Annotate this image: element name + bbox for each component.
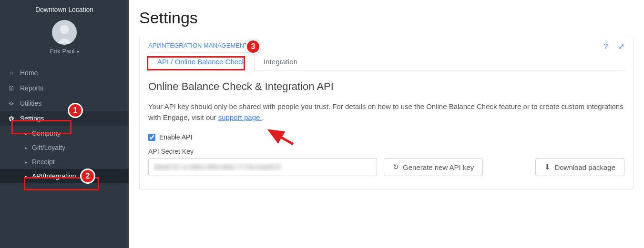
avatar[interactable] bbox=[52, 20, 77, 45]
nav-settings-receipt[interactable]: ▸ Receipt bbox=[0, 155, 129, 169]
caret-right-icon: ▸ bbox=[25, 131, 27, 136]
enable-api-checkbox[interactable] bbox=[148, 134, 155, 141]
enable-api-label: Enable API bbox=[159, 133, 192, 141]
nav-label: API/Integration bbox=[32, 172, 76, 180]
nav-settings-api[interactable]: ▸ API/Integration bbox=[0, 169, 129, 183]
nav-utilities[interactable]: ⛭ Utilities bbox=[0, 96, 129, 111]
chevron-down-icon: ▾ bbox=[77, 49, 79, 54]
generate-key-button[interactable]: ↻ Generate new API key bbox=[384, 158, 483, 176]
api-secret-input[interactable] bbox=[148, 158, 377, 176]
help-icon[interactable]: ？ bbox=[602, 42, 610, 52]
nav-reports[interactable]: 🗎 Reports bbox=[0, 80, 129, 96]
nav-label: Home bbox=[20, 69, 38, 77]
caret-right-icon: ▸ bbox=[25, 174, 27, 179]
nav-home[interactable]: ⌂ Home bbox=[0, 65, 129, 80]
enable-api-row: Enable API bbox=[148, 133, 624, 141]
user-name: Erik Paul bbox=[50, 48, 74, 55]
tabs: API / Online Balance Check Integration bbox=[148, 52, 624, 71]
gear-icon: ✿ bbox=[8, 115, 15, 122]
document-icon: 🗎 bbox=[8, 84, 15, 92]
panel-description: Your API key should only be shared with … bbox=[148, 101, 624, 123]
expand-icon[interactable]: ⤢ bbox=[618, 42, 624, 52]
tab-api[interactable]: API / Online Balance Check bbox=[148, 52, 255, 71]
download-package-button[interactable]: ⬇ Download package bbox=[535, 158, 624, 176]
panel: API/INTEGRATION MANAGEMENT ？ ⤢ API / Onl… bbox=[139, 36, 634, 190]
location-name: Downtown Location bbox=[0, 0, 129, 17]
panel-head: API/INTEGRATION MANAGEMENT ？ ⤢ API / Onl… bbox=[140, 36, 633, 71]
nav-label: Settings bbox=[20, 115, 44, 122]
sidebar: Downtown Location Erik Paul▾ ⌂ Home 🗎 Re… bbox=[0, 0, 129, 248]
nav-settings-gift[interactable]: ▸ Gift/Loyalty bbox=[0, 140, 129, 155]
nav-label: Reports bbox=[20, 84, 43, 92]
refresh-icon: ↻ bbox=[393, 163, 399, 171]
support-link[interactable]: support page. bbox=[218, 113, 262, 121]
user-menu[interactable]: Erik Paul▾ bbox=[0, 48, 129, 60]
main: Settings API/INTEGRATION MANAGEMENT ？ ⤢ … bbox=[129, 0, 644, 248]
section-label: API/INTEGRATION MANAGEMENT bbox=[148, 42, 624, 49]
nav: ⌂ Home 🗎 Reports ⛭ Utilities ✿ Settings … bbox=[0, 65, 129, 183]
page-title: Settings bbox=[139, 9, 634, 27]
caret-right-icon: ▸ bbox=[25, 145, 27, 150]
nav-label: Receipt bbox=[32, 158, 54, 166]
panel-body: Online Balance Check & Integration API Y… bbox=[140, 71, 633, 189]
panel-heading: Online Balance Check & Integration API bbox=[148, 80, 624, 93]
nav-label: Gift/Loyalty bbox=[32, 144, 65, 151]
nav-label: Utilities bbox=[20, 99, 41, 107]
api-key-row: API Secret Key ↻ Generate new API key ⬇ … bbox=[148, 148, 624, 176]
api-secret-label: API Secret Key bbox=[148, 148, 377, 155]
cubes-icon: ⛭ bbox=[8, 99, 15, 107]
svg-point-0 bbox=[60, 25, 69, 34]
home-icon: ⌂ bbox=[8, 69, 15, 77]
nav-settings-company[interactable]: ▸ Company bbox=[0, 126, 129, 140]
tab-integration[interactable]: Integration bbox=[255, 52, 307, 71]
caret-right-icon: ▸ bbox=[25, 159, 27, 165]
nav-settings[interactable]: ✿ Settings bbox=[0, 111, 129, 126]
download-icon: ⬇ bbox=[544, 163, 551, 171]
nav-label: Company bbox=[32, 129, 61, 137]
